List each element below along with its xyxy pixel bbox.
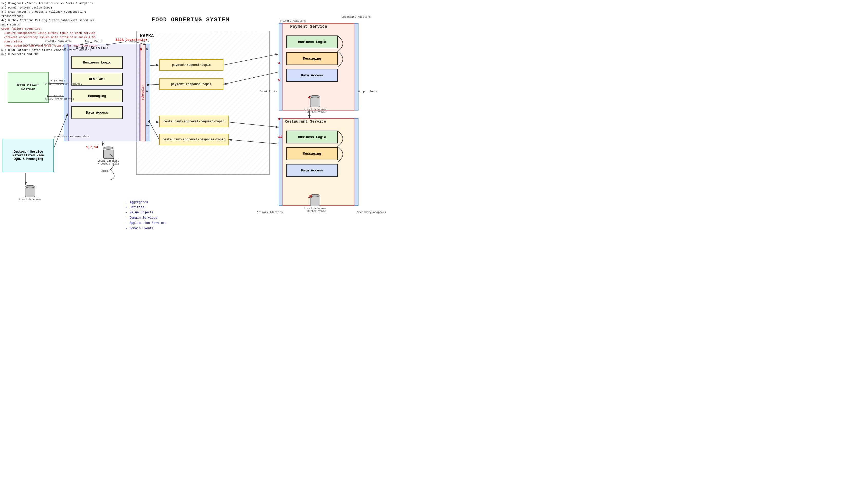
payment-secondary-adapter-strip — [354, 23, 359, 110]
acid-label: ACID — [101, 170, 108, 173]
note-line3: 3-) SAGA Pattern: process & rollback (co… — [1, 10, 104, 18]
http-post-label: HTTP POST — [51, 79, 65, 82]
note-line4: 4-) Outbox Pattern: Pulling Outbox table… — [1, 18, 104, 27]
payment-service-label: Payment Service — [290, 24, 327, 29]
customer-db-top — [25, 185, 35, 188]
order-db-label: Local database+ Outbox Table — [97, 159, 119, 165]
restaurant-db: Local database+ Outbox Table — [304, 194, 326, 213]
num-4: 4 — [308, 95, 310, 100]
scheduler-strip: Scheduler — [140, 44, 145, 142]
payment-db-label: Local database+ Outbox Table — [304, 108, 326, 114]
provides-customer-label: provides customer data — [54, 135, 90, 138]
saga-label: SAGA Coordinator — [116, 38, 148, 42]
restaurant-db-label: Local database+ Outbox Table — [304, 207, 326, 213]
blue-list-item-6: - Domain Events — [126, 226, 166, 231]
order-db-body — [103, 150, 114, 158]
num-6: 6 — [140, 47, 142, 51]
strip-num-6: 6 — [146, 47, 148, 51]
payment-business-logic: Business Logic — [286, 36, 338, 48]
payment-db-body — [310, 98, 320, 107]
customer-db: Local database — [19, 185, 41, 201]
http-client-label: HTTP Client — [17, 84, 39, 87]
blue-list-item-2: - Entities — [126, 205, 166, 210]
strip-num-12: 12 — [146, 123, 150, 126]
payment-primary-adapters-label: Primary Adapters — [280, 19, 306, 22]
restaurant-approval-response-topic: restaurant-approval-response-topic — [159, 134, 229, 145]
customer-db-label: Local database — [19, 198, 41, 201]
payment-request-topic: payment-request-topic — [159, 59, 223, 71]
restaurant-data-access: Data Access — [286, 164, 338, 177]
payment-input-ports-label: Input Ports — [259, 90, 277, 93]
restaurant-secondary-adapter-strip — [354, 118, 359, 206]
payment-db: Local database+ Outbox Table — [304, 95, 326, 114]
http-client-box: HTTP Client Postman — [8, 72, 49, 103]
order-db: Local database+ Outbox Table — [97, 147, 119, 165]
main-title: FOOD ORDERING SYSTEM — [152, 17, 230, 23]
strip-num-8: 8 — [146, 90, 148, 93]
customer-service-line3: CQRS & Messaging — [13, 157, 43, 161]
note-line1: 1-) Hexagonal (Clean) Architecture -> Po… — [1, 1, 104, 6]
order-service-label: Order Service — [76, 46, 108, 50]
order-messaging: Messaging — [71, 89, 123, 102]
note-red-title: Cover failure scenarios: — [1, 27, 104, 31]
restaurant-business-logic: Business Logic — [286, 131, 338, 144]
customer-db-body — [25, 188, 35, 197]
num-3: 3 — [278, 61, 280, 65]
note-red1: -Ensure idempotency using outbox table i… — [1, 31, 104, 36]
blue-list-item-4: - Domain Services — [126, 215, 166, 220]
http-get-label: HTTP GET — [51, 94, 64, 98]
order-food-label: Order Food Json Request — [45, 82, 82, 85]
restaurant-service-label: Restaurant Service — [284, 120, 326, 124]
note-line2: 2-) Domain Driven Design (DDD) — [1, 6, 104, 10]
customer-service-line1: Customer Service — [13, 150, 43, 154]
kafka-label: KAFKA — [140, 34, 154, 39]
blue-list: - Aggregates - Entities - Value Objects … — [126, 200, 166, 231]
secondary-adapters-annotation: Secondary Adapters — [26, 44, 55, 47]
scheduler-label: Scheduler — [141, 85, 144, 100]
payment-response-topic: payment-response-topic — [159, 79, 223, 90]
order-db-top — [103, 147, 114, 150]
input-ports-annotation: Input Ports — [85, 40, 102, 43]
num-9: 9 — [278, 117, 280, 121]
restaurant-primary-adapters-label: Primary Adapters — [257, 211, 283, 214]
strip-num-2: 2 — [64, 47, 66, 51]
order-data-access: Data Access — [71, 106, 123, 119]
num-10: 10 — [308, 195, 312, 199]
restaurant-approval-request-topic: restaurant-approval-request-topic — [159, 116, 229, 127]
postman-label: Postman — [17, 87, 39, 91]
customer-service-box: Customer Service Materialized View CQRS … — [3, 139, 54, 172]
restaurant-messaging: Messaging — [286, 147, 338, 160]
blue-list-item-3: - Value Objects — [126, 210, 166, 215]
order-primary-adapter-strip — [64, 44, 68, 142]
blue-list-item-1: - Aggregates — [126, 200, 166, 205]
payment-messaging: Messaging — [286, 52, 338, 65]
primary-adapters-annotation: Primary Adapters — [45, 39, 71, 42]
payment-data-access: Data Access — [286, 69, 338, 82]
main-canvas: 1-) Hexagonal (Clean) Architecture -> Po… — [0, 0, 434, 246]
num-11: 11 — [278, 135, 282, 139]
payment-db-top — [310, 95, 320, 98]
restaurant-secondary-adapters-label: Secondary Adapters — [357, 211, 386, 214]
payment-output-ports-label: Output Ports — [358, 90, 378, 93]
blue-list-item-5: - Application Services — [126, 220, 166, 226]
query-order-label: Query Order Status — [45, 98, 74, 101]
order-business-logic: Business Logic — [71, 56, 123, 69]
num-5: 5 — [278, 79, 280, 82]
kafka-box — [136, 31, 270, 175]
customer-service-line2: Materialized View — [13, 154, 44, 157]
payment-secondary-adapters-label: Secondary Adapters — [342, 16, 370, 19]
num-1-7-13: 1,7,13 — [86, 145, 98, 149]
